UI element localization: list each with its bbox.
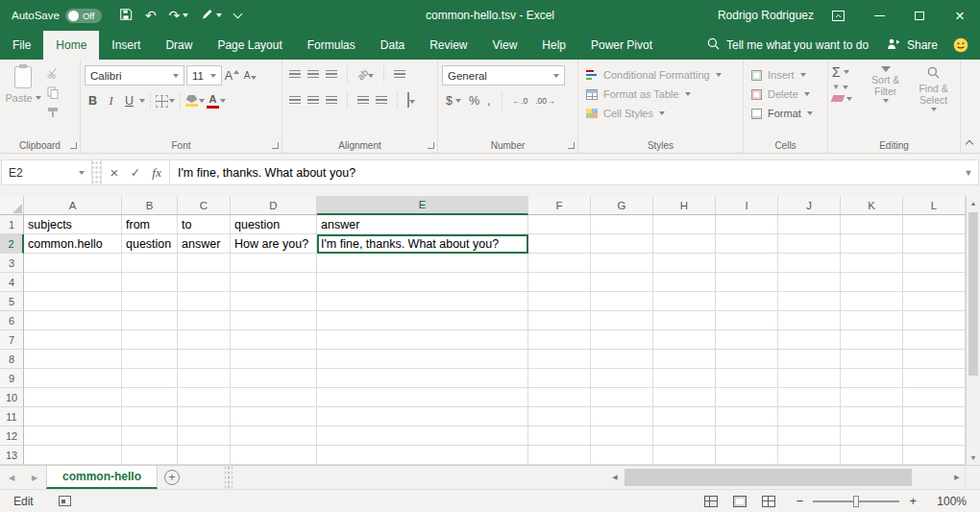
cell-k1[interactable] [841, 215, 903, 234]
cell-f11[interactable] [528, 407, 591, 427]
cell-c1[interactable]: to [178, 215, 231, 234]
customize-qat-chevron-icon[interactable] [233, 10, 243, 19]
cell-e1[interactable]: answer [317, 215, 528, 234]
align-middle-icon[interactable] [307, 70, 319, 79]
column-header-k[interactable]: K [841, 196, 903, 215]
cell-b3[interactable] [122, 254, 178, 273]
cell-e2[interactable]: I'm fine, thanks. What about you? [317, 234, 528, 254]
sheet-nav-right-icon[interactable]: ▶ [23, 466, 46, 489]
cell-a3[interactable] [24, 254, 122, 273]
tab-draw[interactable]: Draw [153, 31, 205, 60]
cell-l7[interactable] [903, 330, 966, 350]
cell-g7[interactable] [591, 330, 653, 350]
cell-a8[interactable] [24, 350, 122, 369]
cell-j2[interactable] [778, 234, 841, 254]
cell-g6[interactable] [591, 311, 653, 330]
cell-l11[interactable] [903, 407, 966, 427]
undo-icon[interactable]: ↶ [145, 9, 157, 22]
cell-a4[interactable] [24, 273, 122, 292]
cell-j5[interactable] [778, 292, 841, 311]
cell-j12[interactable] [778, 427, 841, 446]
cell-c8[interactable] [178, 350, 231, 369]
cut-icon[interactable] [47, 67, 59, 82]
cell-c6[interactable] [178, 311, 231, 330]
redo-icon[interactable]: ↷ [169, 9, 181, 22]
cell-h6[interactable] [653, 311, 716, 330]
column-header-g[interactable]: G [591, 196, 653, 215]
vertical-scroll-track[interactable] [967, 210, 980, 451]
cell-f4[interactable] [528, 273, 591, 292]
italic-button[interactable]: I [103, 91, 119, 110]
tab-data[interactable]: Data [368, 31, 417, 60]
zoom-slider-thumb[interactable] [853, 496, 859, 507]
horizontal-scroll-thumb[interactable] [625, 469, 912, 486]
row-header-3[interactable]: 3 [0, 254, 24, 273]
cell-d8[interactable] [231, 350, 317, 369]
vertical-scrollbar[interactable]: ▲ ▼ [966, 196, 980, 465]
cell-b5[interactable] [122, 292, 178, 311]
cell-c9[interactable] [178, 369, 231, 388]
cell-l2[interactable] [903, 234, 966, 254]
cell-d3[interactable] [231, 254, 317, 273]
autosave-pill[interactable]: Off [65, 9, 102, 23]
cell-k7[interactable] [841, 330, 903, 350]
cell-l6[interactable] [903, 311, 966, 330]
column-header-c[interactable]: C [178, 196, 231, 215]
fill-color-button[interactable] [185, 91, 205, 110]
autosave-toggle[interactable]: AutoSave Off [12, 9, 102, 23]
cell-l8[interactable] [903, 350, 966, 369]
feedback-smiley-icon[interactable] [953, 31, 968, 60]
cell-e10[interactable] [317, 388, 528, 407]
column-header-d[interactable]: D [231, 196, 317, 215]
tab-review[interactable]: Review [417, 31, 479, 60]
row-header-2[interactable]: 2 [0, 234, 24, 254]
align-left-icon[interactable] [289, 96, 301, 105]
cell-e13[interactable] [317, 446, 528, 465]
increase-decimal-button[interactable]: ←.0 [513, 96, 528, 106]
collapse-ribbon-button[interactable] [966, 139, 973, 147]
currency-button[interactable]: $ [446, 94, 461, 108]
cell-b2[interactable]: question [122, 234, 178, 254]
cell-f12[interactable] [528, 427, 591, 446]
cell-d9[interactable] [231, 369, 317, 388]
tab-formulas[interactable]: Formulas [295, 31, 368, 60]
zoom-level[interactable]: 100% [924, 495, 967, 508]
cell-h7[interactable] [653, 330, 716, 350]
cell-i4[interactable] [716, 273, 778, 292]
row-header-9[interactable]: 9 [0, 369, 24, 388]
cell-d2[interactable]: How are you? [231, 234, 317, 254]
cell-f9[interactable] [528, 369, 591, 388]
cell-h11[interactable] [653, 407, 716, 427]
cell-f8[interactable] [528, 350, 591, 369]
save-icon[interactable] [119, 8, 133, 24]
cell-g4[interactable] [591, 273, 653, 292]
wrap-text-icon[interactable] [394, 70, 405, 79]
font-color-button[interactable]: A [207, 91, 226, 110]
cell-l3[interactable] [903, 254, 966, 273]
formula-bar-expand-icon[interactable]: ▼ [959, 160, 978, 184]
cell-i9[interactable] [716, 369, 778, 388]
scroll-down-icon[interactable]: ▼ [967, 451, 980, 465]
cell-c4[interactable] [178, 273, 231, 292]
cell-l9[interactable] [903, 369, 966, 388]
cell-c3[interactable] [178, 254, 231, 273]
cell-g11[interactable] [591, 407, 653, 427]
share-button[interactable]: Share [887, 31, 938, 60]
cell-f6[interactable] [528, 311, 591, 330]
font-dialog-launcher-icon[interactable] [272, 142, 279, 149]
cell-d10[interactable] [231, 388, 317, 407]
paste-button[interactable]: Paste [4, 66, 42, 136]
tab-view[interactable]: View [480, 31, 530, 60]
cell-b12[interactable] [122, 427, 178, 446]
cancel-icon[interactable]: × [104, 164, 125, 181]
cell-g10[interactable] [591, 388, 653, 407]
cell-j8[interactable] [778, 350, 841, 369]
row-header-11[interactable]: 11 [0, 407, 24, 427]
cell-e11[interactable] [317, 407, 528, 427]
cell-k8[interactable] [841, 350, 903, 369]
decrease-font-size-button[interactable]: A [242, 66, 258, 85]
cell-h13[interactable] [653, 446, 716, 465]
row-header-4[interactable]: 4 [0, 273, 24, 292]
underline-dropdown-icon[interactable] [139, 99, 145, 103]
cell-a5[interactable] [24, 292, 122, 311]
